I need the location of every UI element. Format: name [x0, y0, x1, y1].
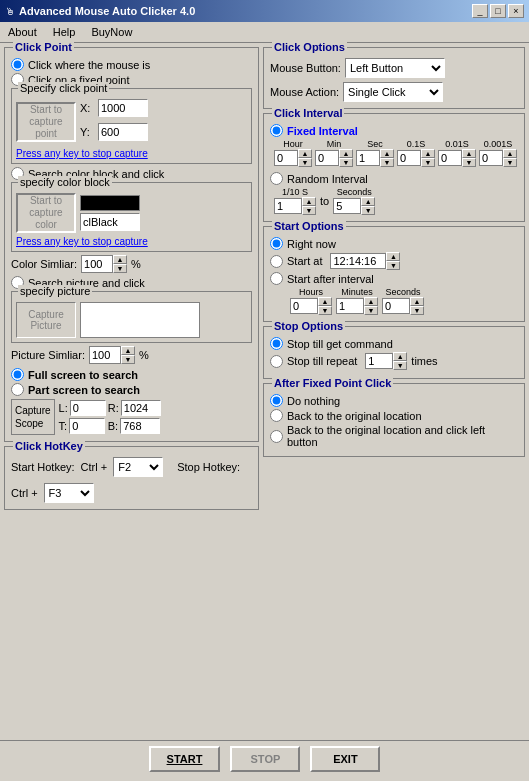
minutes-down[interactable]: ▼: [364, 306, 378, 315]
random-from-unit: 1/10 S: [282, 187, 308, 197]
capture-color-button[interactable]: Start to capture color: [16, 193, 76, 233]
app-icon: 🖱: [5, 6, 15, 17]
hour-up[interactable]: ▲: [298, 149, 312, 158]
random-interval-radio[interactable]: [270, 172, 283, 185]
b-input[interactable]: [120, 418, 160, 434]
menu-about[interactable]: About: [4, 24, 41, 40]
start-at-input[interactable]: [330, 253, 386, 269]
hours-down[interactable]: ▼: [318, 306, 332, 315]
do-nothing-radio[interactable]: [270, 394, 283, 407]
capture-point-button[interactable]: Start to capture point: [16, 102, 76, 142]
cs-input[interactable]: [438, 150, 462, 166]
full-screen-radio[interactable]: [11, 368, 24, 381]
start-button[interactable]: START: [149, 746, 221, 772]
stop-repeat-radio[interactable]: [270, 355, 283, 368]
right-now-radio[interactable]: [270, 237, 283, 250]
stop-options-title: Stop Options: [272, 320, 345, 332]
repeat-up[interactable]: ▲: [393, 352, 407, 361]
stop-options-group: Stop Options Stop till get command Stop …: [263, 326, 525, 379]
after-fixed-title: After Fixed Point Click: [272, 377, 393, 389]
stop-command-radio[interactable]: [270, 337, 283, 350]
click-interval-title: Click Interval: [272, 107, 344, 119]
picture-similar-up[interactable]: ▲: [121, 346, 135, 355]
hours-input[interactable]: [290, 298, 318, 314]
picture-similar-down[interactable]: ▼: [121, 355, 135, 364]
do-nothing-label: Do nothing: [287, 395, 340, 407]
y-label: Y:: [80, 126, 94, 138]
start-at-radio[interactable]: [270, 255, 283, 268]
random-to-down[interactable]: ▼: [361, 206, 375, 215]
ms-down[interactable]: ▼: [503, 158, 517, 167]
min-input[interactable]: [315, 150, 339, 166]
hours-up[interactable]: ▲: [318, 297, 332, 306]
fixed-interval-label: Fixed Interval: [287, 125, 358, 137]
x-input[interactable]: [98, 99, 148, 117]
minimize-button[interactable]: _: [472, 4, 488, 18]
stop-button[interactable]: STOP: [230, 746, 300, 772]
start-at-down[interactable]: ▼: [386, 261, 400, 270]
min-up[interactable]: ▲: [339, 149, 353, 158]
y-input[interactable]: [98, 123, 148, 141]
cs-down[interactable]: ▼: [462, 158, 476, 167]
random-from-input[interactable]: [274, 198, 302, 214]
specify-picture-box: specify picture Capture Picture: [11, 291, 252, 343]
repeat-input[interactable]: [365, 353, 393, 369]
l-input[interactable]: [70, 400, 106, 416]
start-after-interval-radio[interactable]: [270, 272, 283, 285]
mouse-button-select[interactable]: Left Button Right Button Middle Button: [345, 58, 445, 78]
mouse-action-select[interactable]: Single Click Double Click Press Release: [343, 82, 443, 102]
min-down[interactable]: ▼: [339, 158, 353, 167]
maximize-button[interactable]: □: [490, 4, 506, 18]
picture-similar-input[interactable]: [89, 346, 121, 364]
sec-input[interactable]: [356, 150, 380, 166]
ds-down[interactable]: ▼: [421, 158, 435, 167]
ds-input[interactable]: [397, 150, 421, 166]
color-similar-input[interactable]: [81, 255, 113, 273]
fixed-interval-radio[interactable]: [270, 124, 283, 137]
random-to-up[interactable]: ▲: [361, 197, 375, 206]
back-original-click-label: Back to the original location and click …: [287, 424, 518, 448]
menu-buynow[interactable]: BuyNow: [87, 24, 136, 40]
t-input[interactable]: [69, 418, 105, 434]
ds-label: 0.1S: [407, 139, 426, 149]
click-where-mouse-label: Click where the mouse is: [28, 59, 150, 71]
ms-input[interactable]: [479, 150, 503, 166]
hour-down[interactable]: ▼: [298, 158, 312, 167]
sec-down[interactable]: ▼: [380, 158, 394, 167]
back-original-click-radio[interactable]: [270, 430, 283, 443]
specify-color-title: specify color block: [18, 176, 112, 188]
color-similar-down[interactable]: ▼: [113, 264, 127, 273]
start-at-label: Start at: [287, 255, 322, 267]
capture-picture-button[interactable]: Capture Picture: [16, 302, 76, 338]
stop-key-select[interactable]: F3F1F2F4: [44, 483, 94, 503]
random-from-up[interactable]: ▲: [302, 197, 316, 206]
repeat-down[interactable]: ▼: [393, 361, 407, 370]
sec-up[interactable]: ▲: [380, 149, 394, 158]
color-name-input[interactable]: [80, 213, 140, 231]
seconds-input[interactable]: [382, 298, 410, 314]
hour-input[interactable]: [274, 150, 298, 166]
seconds-down[interactable]: ▼: [410, 306, 424, 315]
random-to-input[interactable]: [333, 198, 361, 214]
random-from-down[interactable]: ▼: [302, 206, 316, 215]
click-where-mouse-radio[interactable]: [11, 58, 24, 71]
minutes-up[interactable]: ▲: [364, 297, 378, 306]
start-at-up[interactable]: ▲: [386, 252, 400, 261]
color-preview: [80, 195, 140, 211]
menu-help[interactable]: Help: [49, 24, 80, 40]
cs-up[interactable]: ▲: [462, 149, 476, 158]
minutes-input[interactable]: [336, 298, 364, 314]
back-original-radio[interactable]: [270, 409, 283, 422]
part-screen-radio[interactable]: [11, 383, 24, 396]
seconds-up[interactable]: ▲: [410, 297, 424, 306]
min-label: Min: [327, 139, 342, 149]
color-similar-up[interactable]: ▲: [113, 255, 127, 264]
ds-up[interactable]: ▲: [421, 149, 435, 158]
close-button[interactable]: ×: [508, 4, 524, 18]
exit-button[interactable]: EXIT: [310, 746, 380, 772]
start-key-select[interactable]: F2F1F3F4: [113, 457, 163, 477]
ms-up[interactable]: ▲: [503, 149, 517, 158]
x-label: X:: [80, 102, 94, 114]
r-input[interactable]: [121, 400, 161, 416]
menu-bar: About Help BuyNow: [0, 22, 529, 43]
